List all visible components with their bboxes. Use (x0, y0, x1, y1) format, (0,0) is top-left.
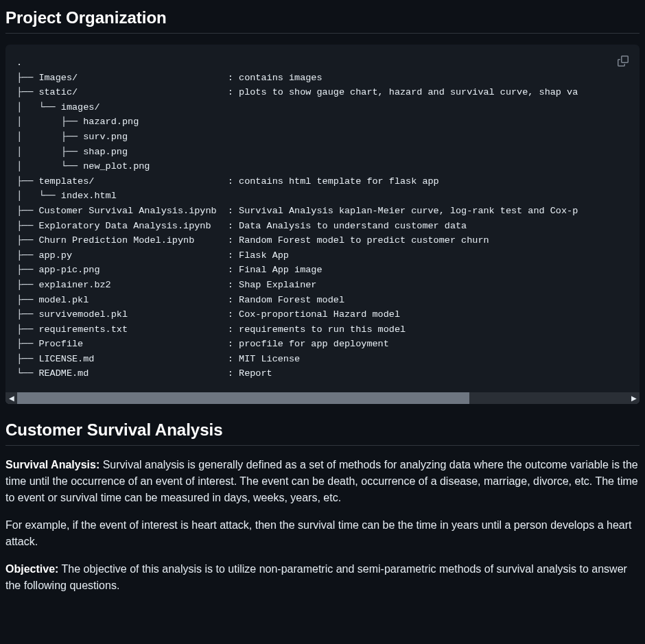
heading-project-organization: Project Organization (5, 8, 640, 34)
paragraph-objective: Objective: The objective of this analysi… (5, 561, 640, 594)
copy-icon (618, 56, 629, 67)
bold-label: Objective: (5, 563, 58, 575)
paragraph-text: Survival analysis is generally defined a… (5, 459, 638, 503)
scroll-right-arrow-icon[interactable]: ▶ (628, 392, 640, 404)
paragraph-example: For example, if the event of interest is… (5, 517, 640, 550)
bold-label: Survival Analysis: (5, 459, 99, 470)
paragraph-survival-analysis: Survival Analysis: Survival analysis is … (5, 457, 640, 506)
heading-customer-survival-analysis: Customer Survival Analysis (5, 420, 640, 446)
scroll-thumb[interactable] (17, 392, 469, 404)
paragraph-text: The objective of this analysis is to uti… (5, 563, 627, 591)
scroll-track[interactable] (17, 392, 628, 404)
code-block: . ├── Images/ : contains images ├── stat… (5, 45, 640, 404)
code-content: . ├── Images/ : contains images ├── stat… (16, 56, 629, 381)
scroll-left-arrow-icon[interactable]: ◀ (5, 392, 17, 404)
horizontal-scrollbar[interactable]: ◀ ▶ (5, 392, 640, 404)
copy-button[interactable] (613, 51, 633, 71)
